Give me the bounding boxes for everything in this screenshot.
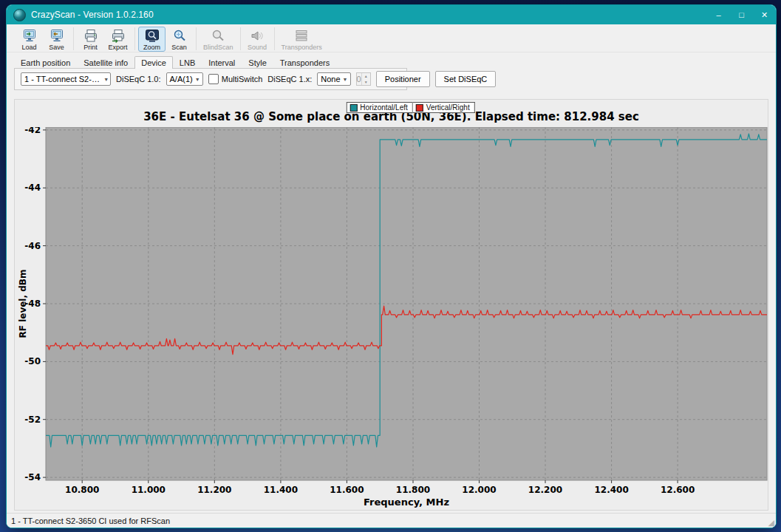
toolbar-separator	[196, 27, 197, 50]
legend-swatch-horizontal	[349, 104, 357, 112]
chevron-down-icon: ▼	[193, 77, 202, 82]
svg-text:-48: -48	[24, 299, 41, 309]
set-diseqc-button[interactable]: Set DiSEqC	[435, 71, 497, 87]
diseqc10-label: DiSEqC 1.0:	[116, 75, 161, 83]
load-icon	[22, 29, 37, 43]
toolbar: Load Save	[7, 24, 776, 52]
chevron-down-icon: ▼	[102, 77, 110, 82]
diseqc1x-label: DiSEqC 1.x:	[267, 75, 312, 83]
sound-button[interactable]: Sound	[244, 27, 271, 52]
resize-grip-icon[interactable]: ◢	[768, 517, 774, 528]
svg-text:Frequency, MHz: Frequency, MHz	[364, 497, 449, 508]
transponders-button[interactable]: Transponders	[278, 27, 326, 52]
print-icon	[83, 29, 98, 43]
stepper-down-icon[interactable]: ▼	[362, 79, 370, 85]
legend-label-horizontal: Horizontal/Left	[360, 103, 407, 112]
desktop-background: CrazyScan - Version 1.0.2.160 – □ ✕ Load	[0, 0, 781, 532]
device-select[interactable]: 1 - TT-connect S2-3650 CI ▼	[21, 72, 111, 86]
svg-text:-50: -50	[24, 356, 41, 366]
svg-text:11.000: 11.000	[132, 485, 166, 495]
window-title: CrazyScan - Version 1.0.2.160	[31, 10, 154, 20]
export-icon	[111, 29, 126, 43]
sound-icon	[250, 29, 265, 43]
status-bar: 1 - TT-connect S2-3650 CI used for RFSca…	[7, 513, 776, 528]
svg-text:11.600: 11.600	[330, 485, 364, 495]
status-text: 1 - TT-connect S2-3650 CI used for RFSca…	[11, 516, 170, 525]
svg-text:11.200: 11.200	[197, 485, 231, 495]
svg-text:-44: -44	[24, 183, 41, 193]
tab-transponders[interactable]: Transponders	[273, 56, 336, 68]
rf-scan-chart: Horizontal/Left Vertical/Right 36E - Eut…	[14, 99, 768, 511]
device-tab-page: 1 - TT-connect S2-3650 CI ▼ DiSEqC 1.0: …	[14, 68, 407, 90]
stepper-up-icon[interactable]: ▲	[362, 73, 370, 79]
toolbar-separator	[73, 27, 74, 50]
legend-item-horizontal[interactable]: Horizontal/Left	[346, 102, 412, 113]
app-icon	[13, 9, 26, 21]
blindscan-icon	[211, 29, 225, 43]
app-window: CrazyScan - Version 1.0.2.160 – □ ✕ Load	[6, 4, 777, 528]
tab-interval[interactable]: Interval	[202, 56, 242, 68]
device-select-value: 1 - TT-connect S2-3650 CI	[24, 75, 102, 83]
multiswitch-checkbox[interactable]	[208, 74, 219, 84]
tab-earth-position[interactable]: Earth position	[14, 56, 77, 68]
svg-text:10.800: 10.800	[65, 485, 99, 495]
blindscan-button[interactable]: BlindScan	[199, 27, 237, 52]
svg-text:11.400: 11.400	[264, 485, 298, 495]
save-button[interactable]: Save	[43, 27, 70, 52]
plot-area[interactable]: 10.80011.00011.20011.40011.60011.80012.0…	[15, 127, 769, 511]
transponders-icon	[294, 29, 309, 43]
legend-item-vertical[interactable]: Vertical/Right	[413, 102, 475, 113]
tab-satellite-info[interactable]: Satellite info	[77, 56, 134, 68]
multiswitch-label: MultiSwitch	[222, 75, 263, 83]
diseqc10-select[interactable]: A/A(1) ▼	[166, 72, 203, 86]
multiswitch-option[interactable]: MultiSwitch	[208, 74, 263, 84]
save-icon	[50, 29, 64, 43]
tab-strip: Earth position Satellite info Device LNB…	[14, 55, 407, 68]
svg-text:12.400: 12.400	[594, 485, 628, 495]
diseqc10-select-value: A/A(1)	[170, 75, 193, 83]
chevron-down-icon: ▼	[341, 77, 350, 82]
close-button[interactable]: ✕	[753, 5, 776, 24]
svg-text:12.200: 12.200	[528, 485, 562, 495]
positioner-number-stepper[interactable]: 0 ▲ ▼	[356, 72, 371, 86]
settings-tab-control: Earth position Satellite info Device LNB…	[14, 55, 407, 90]
toolbar-separator	[274, 27, 275, 50]
tab-lnb[interactable]: LNB	[173, 56, 202, 68]
legend-swatch-vertical	[416, 104, 423, 112]
minimize-button[interactable]: –	[707, 5, 730, 24]
tab-style[interactable]: Style	[242, 56, 273, 68]
svg-text:12.000: 12.000	[462, 485, 496, 495]
client-area: Load Save	[7, 24, 776, 528]
svg-text:-52: -52	[24, 415, 41, 425]
diseqc1x-select[interactable]: None ▼	[317, 72, 350, 86]
svg-text:-54: -54	[24, 472, 41, 482]
load-button[interactable]: Load	[16, 27, 43, 52]
scan-button[interactable]: Scan	[166, 27, 193, 52]
toolbar-separator	[240, 27, 241, 50]
svg-text:11.800: 11.800	[396, 485, 430, 495]
svg-text:12.600: 12.600	[661, 485, 695, 495]
zoom-icon	[145, 29, 160, 43]
zoom-button[interactable]: Zoom	[138, 27, 166, 52]
tab-device[interactable]: Device	[134, 56, 173, 69]
svg-text:-42: -42	[24, 127, 41, 135]
chart-legend: Horizontal/Left Vertical/Right	[346, 102, 474, 113]
print-button[interactable]: Print	[77, 27, 104, 52]
positioner-button[interactable]: Positioner	[376, 71, 430, 87]
scan-icon	[172, 29, 187, 43]
toolbar-separator	[134, 27, 135, 50]
diseqc1x-select-value: None	[321, 75, 340, 83]
maximize-button[interactable]: □	[730, 5, 753, 24]
svg-text:-46: -46	[24, 241, 41, 251]
export-button[interactable]: Export	[104, 27, 132, 52]
legend-label-vertical: Vertical/Right	[426, 103, 470, 112]
titlebar[interactable]: CrazyScan - Version 1.0.2.160 – □ ✕	[7, 5, 776, 24]
